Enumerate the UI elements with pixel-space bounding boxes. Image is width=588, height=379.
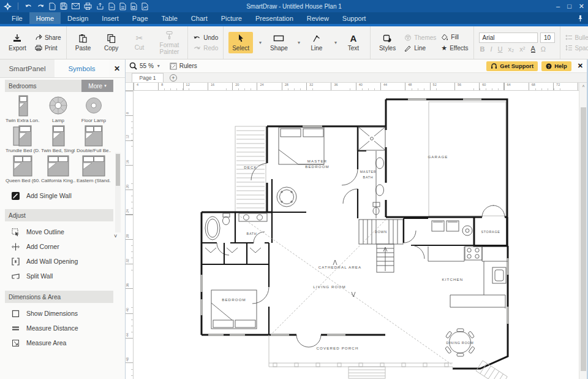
show-dimensions-button[interactable]: Show Dimensions [0,306,125,321]
menu-picture[interactable]: Picture [214,12,249,24]
rulers-checkbox-icon [170,63,177,70]
font-color-button[interactable]: A [531,45,535,53]
app-logo [4,2,12,10]
save-icon[interactable] [60,2,67,10]
zoom-control[interactable]: 55 % ▾ [129,62,160,70]
copy-button[interactable]: Copy [100,32,123,53]
symbol-california-king-bed[interactable]: California King... [40,153,76,183]
spacing-button: Spacing [565,45,588,52]
vertical-scrollbar[interactable]: ˄ [579,83,587,379]
paste-button[interactable]: Paste [72,32,95,53]
document-action-icon[interactable] [141,2,148,10]
measure-distance-button[interactable]: Measure Distance [0,321,125,335]
adjust-section-header: Adjust [5,209,113,221]
measure-distance-icon [11,324,20,333]
font-size-input[interactable]: 10 [540,33,555,43]
print-icon[interactable] [84,2,92,10]
symbol-queen-bed[interactable]: Queen Bed (60... [5,153,40,183]
new-document-icon[interactable] [49,2,56,10]
symbols-scroll-down-icon[interactable]: ˅ [114,233,117,239]
export-button[interactable]: Export [5,32,30,53]
add-wall-opening-button[interactable]: Add Wall Opening [0,254,125,269]
menu-chart[interactable]: Chart [184,12,214,24]
line-tool-button[interactable]: Line [305,32,328,53]
symbol-eastern-king-bed[interactable]: Eastern (Stand... [76,153,111,183]
get-support-button[interactable]: Get Support [486,61,538,71]
canvas-close-button[interactable]: ✕ [578,62,583,70]
menu-presentation[interactable]: Presentation [249,12,300,24]
svg-text:BEDROOM: BEDROOM [222,297,246,302]
maximize-button[interactable]: □ [567,2,571,10]
measure-area-button[interactable]: Measure Area [0,335,125,350]
ruler-corner [126,83,134,91]
symbol-scrollbar[interactable] [115,153,121,232]
symbol-lamp[interactable]: Lamp [40,93,76,123]
menu-file[interactable]: File [5,12,29,24]
menu-support[interactable]: Support [336,12,373,24]
scrollbar-thumb[interactable] [581,107,586,371]
line-style-button[interactable]: Line [404,45,436,52]
tab-smartpanel[interactable]: SmartPanel [0,59,55,77]
menu-insert[interactable]: Insert [95,12,126,24]
add-page-button[interactable]: + [170,74,177,82]
font-family-input[interactable]: Arial [479,33,538,43]
page-tab[interactable]: Page 1 [132,73,164,82]
symbol-double-full-bed[interactable]: Double/Full Be... [76,123,111,153]
rulers-toggle[interactable]: Rulers [170,63,197,70]
living-room: CATHEDRAL AREA LIVING ROOM [238,215,451,364]
minimize-button[interactable]: – [556,2,560,10]
undo-icon[interactable] [24,2,32,10]
redo-icon[interactable] [37,2,45,10]
menu-design[interactable]: Design [61,12,95,24]
menu-bar: File Home Design Insert Page Table Chart… [0,12,588,24]
svg-text:MASTER: MASTER [360,170,377,174]
print-button[interactable]: Print [35,45,61,52]
italic-button: I [491,45,492,53]
menu-page[interactable]: Page [126,12,155,24]
shape-tool-button[interactable]: Shape [266,32,292,53]
drawing-canvas[interactable]: DECK GARAGE STORAGE MASTER BEDROOM [134,91,579,379]
move-outline-button[interactable]: Move Outline [0,224,125,239]
symbol-floor-lamp[interactable]: Floor Lamp [76,93,111,123]
select-tool-button[interactable]: Select [228,32,253,53]
document-action-icon[interactable] [108,2,115,10]
menu-home[interactable]: Home [29,12,61,24]
add-single-wall-button[interactable]: Add Single Wall [0,188,125,203]
line-dropdown-caret[interactable]: ▾ [334,40,337,45]
select-dropdown-caret[interactable]: ▾ [259,40,262,45]
tab-symbols[interactable]: Symbols [55,59,109,77]
effects-button[interactable]: ★Effects [441,44,468,52]
bullet-button: Bullet [565,34,588,41]
pin-ribbon-icon[interactable] [578,12,583,24]
email-icon[interactable] [72,3,80,9]
shape-dropdown-caret[interactable]: ▾ [298,40,300,45]
bold-button: B [480,45,485,53]
document-action-icon[interactable] [119,2,126,10]
undo-button[interactable]: Undo [193,34,218,41]
ribbon: Export Share Print Paste Copy ✂ Cut Form… [0,26,588,59]
menu-review[interactable]: Review [300,12,336,24]
cut-button: ✂ Cut [128,33,151,53]
svg-text:BATH: BATH [247,232,257,235]
kitchen: KITCHEN [428,247,508,308]
symbol-twin-bed[interactable]: Twin Bed, Singl... [40,123,76,153]
split-wall-button[interactable]: Split Wall [0,269,125,283]
document-action-icon[interactable] [130,2,137,10]
help-button[interactable]: ? Help [541,61,571,71]
deck: DECK [235,126,266,212]
menu-table[interactable]: Table [155,12,184,24]
add-corner-button[interactable]: Add Corner [0,239,125,254]
symbol-trundle-bed[interactable]: Trundle Bed (D... [5,123,40,153]
sidebar-close-button[interactable]: ✕ [109,59,125,77]
share-button[interactable]: Share [35,34,61,41]
export-icon[interactable] [96,2,104,10]
fill-button[interactable]: Fill [441,34,468,40]
floor-plan: DECK GARAGE STORAGE MASTER BEDROOM [134,91,579,379]
close-button[interactable]: ✕ [579,2,584,10]
more-button[interactable]: More▾ [81,80,113,92]
text-tool-button[interactable]: A Text [342,33,365,53]
styles-button[interactable]: Styles [375,32,399,53]
add-wall-opening-icon [11,257,20,266]
move-outline-icon [11,228,20,237]
symbol-twin-extra-long[interactable]: Twin Extra Lon... [5,93,40,123]
